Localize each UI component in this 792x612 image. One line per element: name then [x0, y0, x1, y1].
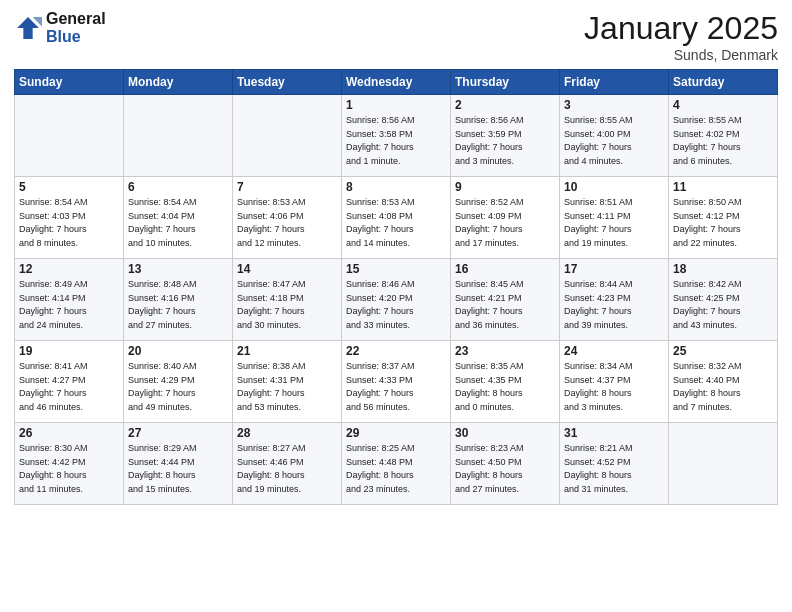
day-info: Sunrise: 8:51 AM Sunset: 4:11 PM Dayligh…: [564, 196, 664, 250]
day-info: Sunrise: 8:52 AM Sunset: 4:09 PM Dayligh…: [455, 196, 555, 250]
weekday-header-row: SundayMondayTuesdayWednesdayThursdayFrid…: [15, 70, 778, 95]
weekday-header-wednesday: Wednesday: [342, 70, 451, 95]
day-number: 23: [455, 344, 555, 358]
day-number: 13: [128, 262, 228, 276]
day-number: 5: [19, 180, 119, 194]
day-number: 9: [455, 180, 555, 194]
day-cell: 20Sunrise: 8:40 AM Sunset: 4:29 PM Dayli…: [124, 341, 233, 423]
day-cell: 19Sunrise: 8:41 AM Sunset: 4:27 PM Dayli…: [15, 341, 124, 423]
day-cell: 22Sunrise: 8:37 AM Sunset: 4:33 PM Dayli…: [342, 341, 451, 423]
day-info: Sunrise: 8:23 AM Sunset: 4:50 PM Dayligh…: [455, 442, 555, 496]
day-cell: 30Sunrise: 8:23 AM Sunset: 4:50 PM Dayli…: [451, 423, 560, 505]
weekday-header-thursday: Thursday: [451, 70, 560, 95]
day-number: 10: [564, 180, 664, 194]
day-cell: 21Sunrise: 8:38 AM Sunset: 4:31 PM Dayli…: [233, 341, 342, 423]
day-cell: 11Sunrise: 8:50 AM Sunset: 4:12 PM Dayli…: [669, 177, 778, 259]
weekday-header-saturday: Saturday: [669, 70, 778, 95]
day-info: Sunrise: 8:32 AM Sunset: 4:40 PM Dayligh…: [673, 360, 773, 414]
weekday-header-sunday: Sunday: [15, 70, 124, 95]
day-info: Sunrise: 8:54 AM Sunset: 4:03 PM Dayligh…: [19, 196, 119, 250]
day-info: Sunrise: 8:49 AM Sunset: 4:14 PM Dayligh…: [19, 278, 119, 332]
day-cell: 16Sunrise: 8:45 AM Sunset: 4:21 PM Dayli…: [451, 259, 560, 341]
day-cell: 10Sunrise: 8:51 AM Sunset: 4:11 PM Dayli…: [560, 177, 669, 259]
day-number: 14: [237, 262, 337, 276]
day-number: 7: [237, 180, 337, 194]
svg-marker-0: [17, 18, 39, 40]
day-number: 21: [237, 344, 337, 358]
day-info: Sunrise: 8:56 AM Sunset: 3:58 PM Dayligh…: [346, 114, 446, 168]
day-number: 20: [128, 344, 228, 358]
week-row-2: 5Sunrise: 8:54 AM Sunset: 4:03 PM Daylig…: [15, 177, 778, 259]
weekday-header-tuesday: Tuesday: [233, 70, 342, 95]
day-info: Sunrise: 8:44 AM Sunset: 4:23 PM Dayligh…: [564, 278, 664, 332]
day-number: 2: [455, 98, 555, 112]
day-number: 28: [237, 426, 337, 440]
logo-icon: [14, 14, 42, 42]
day-info: Sunrise: 8:56 AM Sunset: 3:59 PM Dayligh…: [455, 114, 555, 168]
day-cell: 23Sunrise: 8:35 AM Sunset: 4:35 PM Dayli…: [451, 341, 560, 423]
day-cell: 8Sunrise: 8:53 AM Sunset: 4:08 PM Daylig…: [342, 177, 451, 259]
day-info: Sunrise: 8:41 AM Sunset: 4:27 PM Dayligh…: [19, 360, 119, 414]
day-cell: 14Sunrise: 8:47 AM Sunset: 4:18 PM Dayli…: [233, 259, 342, 341]
calendar-table: SundayMondayTuesdayWednesdayThursdayFrid…: [14, 69, 778, 505]
day-number: 3: [564, 98, 664, 112]
month-title: January 2025: [584, 10, 778, 47]
day-cell: 25Sunrise: 8:32 AM Sunset: 4:40 PM Dayli…: [669, 341, 778, 423]
logo: General Blue: [14, 10, 106, 47]
day-number: 11: [673, 180, 773, 194]
day-cell: 26Sunrise: 8:30 AM Sunset: 4:42 PM Dayli…: [15, 423, 124, 505]
day-cell: 6Sunrise: 8:54 AM Sunset: 4:04 PM Daylig…: [124, 177, 233, 259]
day-info: Sunrise: 8:38 AM Sunset: 4:31 PM Dayligh…: [237, 360, 337, 414]
day-number: 8: [346, 180, 446, 194]
day-cell: 24Sunrise: 8:34 AM Sunset: 4:37 PM Dayli…: [560, 341, 669, 423]
day-info: Sunrise: 8:47 AM Sunset: 4:18 PM Dayligh…: [237, 278, 337, 332]
week-row-1: 1Sunrise: 8:56 AM Sunset: 3:58 PM Daylig…: [15, 95, 778, 177]
day-cell: 1Sunrise: 8:56 AM Sunset: 3:58 PM Daylig…: [342, 95, 451, 177]
day-cell: [233, 95, 342, 177]
page-container: General Blue January 2025 Sunds, Denmark…: [0, 0, 792, 515]
day-cell: 2Sunrise: 8:56 AM Sunset: 3:59 PM Daylig…: [451, 95, 560, 177]
day-cell: 5Sunrise: 8:54 AM Sunset: 4:03 PM Daylig…: [15, 177, 124, 259]
day-cell: 4Sunrise: 8:55 AM Sunset: 4:02 PM Daylig…: [669, 95, 778, 177]
day-info: Sunrise: 8:53 AM Sunset: 4:08 PM Dayligh…: [346, 196, 446, 250]
week-row-4: 19Sunrise: 8:41 AM Sunset: 4:27 PM Dayli…: [15, 341, 778, 423]
day-info: Sunrise: 8:25 AM Sunset: 4:48 PM Dayligh…: [346, 442, 446, 496]
day-info: Sunrise: 8:55 AM Sunset: 4:00 PM Dayligh…: [564, 114, 664, 168]
header: General Blue January 2025 Sunds, Denmark: [14, 10, 778, 63]
location: Sunds, Denmark: [584, 47, 778, 63]
day-cell: 12Sunrise: 8:49 AM Sunset: 4:14 PM Dayli…: [15, 259, 124, 341]
day-number: 31: [564, 426, 664, 440]
day-info: Sunrise: 8:21 AM Sunset: 4:52 PM Dayligh…: [564, 442, 664, 496]
day-info: Sunrise: 8:53 AM Sunset: 4:06 PM Dayligh…: [237, 196, 337, 250]
logo-text: General Blue: [46, 10, 106, 47]
day-cell: 3Sunrise: 8:55 AM Sunset: 4:00 PM Daylig…: [560, 95, 669, 177]
day-number: 6: [128, 180, 228, 194]
day-info: Sunrise: 8:45 AM Sunset: 4:21 PM Dayligh…: [455, 278, 555, 332]
day-info: Sunrise: 8:27 AM Sunset: 4:46 PM Dayligh…: [237, 442, 337, 496]
day-number: 1: [346, 98, 446, 112]
day-info: Sunrise: 8:37 AM Sunset: 4:33 PM Dayligh…: [346, 360, 446, 414]
day-number: 12: [19, 262, 119, 276]
day-cell: 31Sunrise: 8:21 AM Sunset: 4:52 PM Dayli…: [560, 423, 669, 505]
day-cell: 13Sunrise: 8:48 AM Sunset: 4:16 PM Dayli…: [124, 259, 233, 341]
day-cell: 18Sunrise: 8:42 AM Sunset: 4:25 PM Dayli…: [669, 259, 778, 341]
day-info: Sunrise: 8:54 AM Sunset: 4:04 PM Dayligh…: [128, 196, 228, 250]
day-info: Sunrise: 8:30 AM Sunset: 4:42 PM Dayligh…: [19, 442, 119, 496]
day-info: Sunrise: 8:34 AM Sunset: 4:37 PM Dayligh…: [564, 360, 664, 414]
day-number: 24: [564, 344, 664, 358]
day-number: 27: [128, 426, 228, 440]
day-number: 15: [346, 262, 446, 276]
day-cell: 29Sunrise: 8:25 AM Sunset: 4:48 PM Dayli…: [342, 423, 451, 505]
day-number: 26: [19, 426, 119, 440]
day-cell: 28Sunrise: 8:27 AM Sunset: 4:46 PM Dayli…: [233, 423, 342, 505]
day-info: Sunrise: 8:40 AM Sunset: 4:29 PM Dayligh…: [128, 360, 228, 414]
weekday-header-monday: Monday: [124, 70, 233, 95]
day-info: Sunrise: 8:42 AM Sunset: 4:25 PM Dayligh…: [673, 278, 773, 332]
day-number: 22: [346, 344, 446, 358]
day-cell: [124, 95, 233, 177]
day-cell: 17Sunrise: 8:44 AM Sunset: 4:23 PM Dayli…: [560, 259, 669, 341]
day-cell: [15, 95, 124, 177]
day-number: 19: [19, 344, 119, 358]
day-info: Sunrise: 8:29 AM Sunset: 4:44 PM Dayligh…: [128, 442, 228, 496]
day-cell: 27Sunrise: 8:29 AM Sunset: 4:44 PM Dayli…: [124, 423, 233, 505]
